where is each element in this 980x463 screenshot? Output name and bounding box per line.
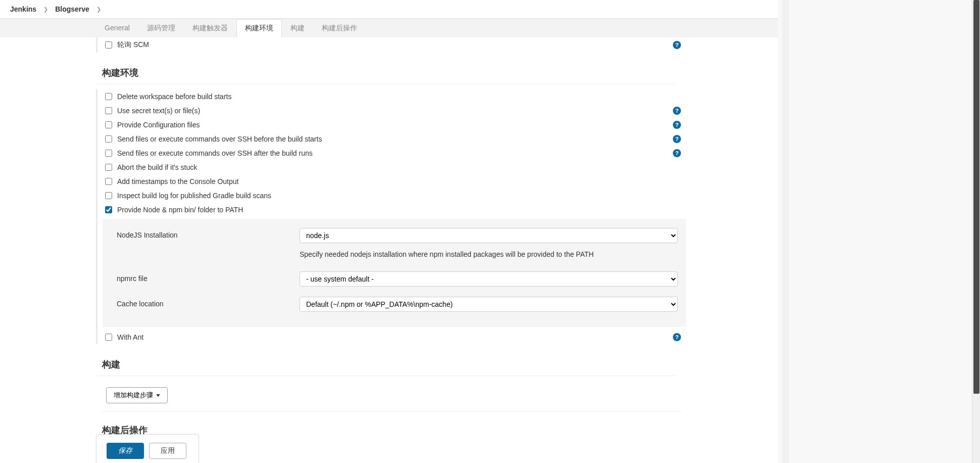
help-icon[interactable]: ? bbox=[673, 333, 681, 341]
add-build-step-label: 增加构建步骤 bbox=[114, 391, 153, 400]
checkbox-ssh-after[interactable] bbox=[105, 150, 112, 157]
label-with-ant: With Ant bbox=[117, 333, 668, 341]
tab-post-build[interactable]: 构建后操作 bbox=[313, 19, 366, 37]
caret-down-icon bbox=[156, 394, 160, 397]
checkbox-poll-scm[interactable] bbox=[105, 41, 112, 49]
label-ssh-after: Send files or execute commands over SSH … bbox=[117, 149, 668, 157]
checkbox-config-files[interactable] bbox=[105, 121, 112, 128]
save-button[interactable]: 保存 bbox=[107, 443, 144, 459]
divider bbox=[102, 411, 681, 412]
label-delete-workspace: Delete workspace before build starts bbox=[117, 92, 681, 101]
checkbox-with-ant[interactable] bbox=[105, 334, 112, 341]
label-abort-stuck: Abort the build if it's stuck bbox=[117, 163, 681, 171]
tab-build[interactable]: 构建 bbox=[282, 19, 313, 37]
chevron-right-icon: ❯ bbox=[96, 6, 101, 13]
label-gradle-scan: Inspect build log for published Gradle b… bbox=[117, 192, 681, 200]
label-npmrc-file: npmrc file bbox=[117, 271, 300, 283]
config-tabs: General 源码管理 构建触发器 构建环境 构建 构建后操作 bbox=[0, 19, 778, 37]
tab-triggers[interactable]: 构建触发器 bbox=[184, 19, 236, 37]
label-config-files: Provide Configuration files bbox=[117, 121, 668, 129]
scrollbar-track[interactable] bbox=[972, 0, 980, 463]
scrollbar-thumb[interactable] bbox=[973, 0, 979, 394]
checkbox-timestamps[interactable] bbox=[105, 178, 112, 185]
select-cache-location[interactable]: Default (~/.npm or %APP_DATA%\npm-cache) bbox=[300, 297, 678, 312]
checkbox-abort-stuck[interactable] bbox=[105, 164, 112, 171]
checkbox-node-path[interactable] bbox=[105, 206, 112, 213]
label-cache-location: Cache location bbox=[117, 297, 300, 308]
breadcrumb-item-project[interactable]: Blogserve bbox=[55, 5, 89, 13]
select-npmrc-file[interactable]: - use system default - bbox=[300, 271, 678, 287]
help-icon[interactable]: ? bbox=[673, 149, 681, 157]
checkbox-delete-workspace[interactable] bbox=[105, 93, 112, 100]
section-heading-build-env: 构建环境 bbox=[96, 57, 675, 84]
section-heading-post-build: 构建后操作 bbox=[96, 414, 675, 436]
help-icon[interactable]: ? bbox=[673, 121, 681, 129]
inner-scrollbar[interactable] bbox=[782, 0, 789, 463]
label-timestamps: Add timestamps to the Console Output bbox=[117, 177, 681, 186]
help-icon[interactable]: ? bbox=[673, 107, 681, 115]
label-secret-text: Use secret text(s) or file(s) bbox=[117, 107, 668, 115]
node-config-panel: NodeJS Installation node.js Specify need… bbox=[103, 219, 686, 327]
label-ssh-before: Send files or execute commands over SSH … bbox=[117, 135, 668, 143]
apply-button[interactable]: 应用 bbox=[149, 443, 186, 459]
tab-general[interactable]: General bbox=[96, 19, 138, 37]
checkbox-gradle-scan[interactable] bbox=[105, 192, 112, 199]
checkbox-secret-text[interactable] bbox=[105, 107, 112, 114]
checkbox-ssh-before[interactable] bbox=[105, 135, 112, 143]
tab-scm[interactable]: 源码管理 bbox=[138, 19, 184, 37]
breadcrumb: Jenkins ❯ Blogserve ❯ bbox=[0, 0, 778, 19]
help-icon[interactable]: ? bbox=[673, 41, 681, 49]
label-poll-scm: 轮询 SCM bbox=[117, 40, 668, 50]
label-node-path: Provide Node & npm bin/ folder to PATH bbox=[117, 206, 681, 214]
tab-build-env[interactable]: 构建环境 bbox=[236, 19, 282, 37]
chevron-right-icon: ❯ bbox=[43, 6, 48, 13]
bottom-action-bar: 保存 应用 bbox=[96, 434, 199, 463]
select-nodejs-installation[interactable]: node.js bbox=[300, 228, 678, 243]
add-build-step-button[interactable]: 增加构建步骤 bbox=[106, 387, 168, 403]
help-text-nodejs: Specify needed nodejs installation where… bbox=[300, 243, 678, 261]
breadcrumb-item-jenkins[interactable]: Jenkins bbox=[10, 5, 36, 13]
main-content: 轮询 SCM ? 构建环境 Delete workspace before bu… bbox=[0, 37, 778, 463]
label-nodejs-installation: NodeJS Installation bbox=[117, 228, 300, 239]
section-heading-build: 构建 bbox=[96, 348, 675, 376]
help-icon[interactable]: ? bbox=[673, 135, 681, 143]
